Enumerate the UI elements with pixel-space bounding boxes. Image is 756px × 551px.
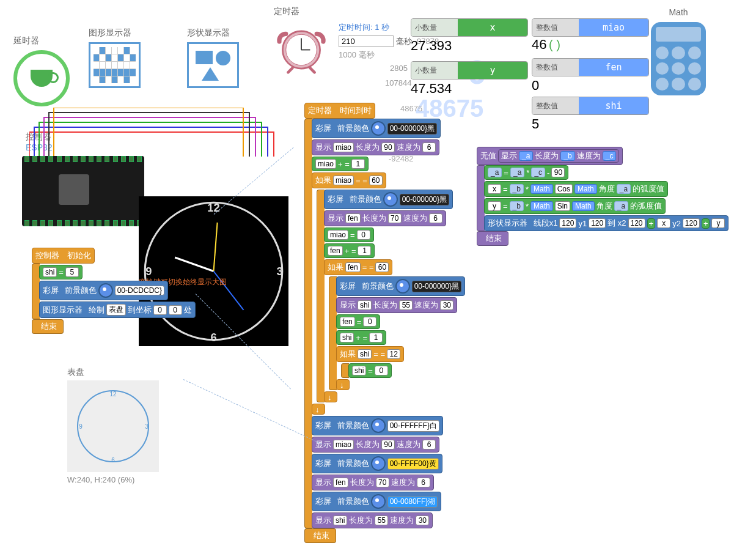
fg-white[interactable]: 彩屏 前景颜色 00-FFFFFF}白 [312,416,443,435]
timer-end: 结束 [304,528,336,543]
dial-title: 表盘 [67,367,159,378]
calculator-icon[interactable] [651,22,706,95]
esp32-board[interactable] [22,156,144,226]
svg-text:3: 3 [277,265,283,278]
svg-text:6: 6 [210,331,216,344]
param-y-value: 47.534 [411,81,528,97]
param-fen[interactable]: 整数值 fen [532,58,649,76]
param-fen-label: 整数值 [532,59,579,76]
fg-lake[interactable]: 彩屏 前景颜色 00-0080FF}湖 [312,492,441,511]
draw-dial[interactable]: 图形显示器 绘制 表盘到坐标 00处 [39,301,196,318]
timer-stack[interactable]: 定时器 时间到时 彩屏 前景颜色 00-000000}黑 显示miao 长度为9… [304,103,465,543]
timer-side-2: 107844 [385,78,411,87]
svg-text:3: 3 [145,423,149,430]
color-dot-icon [371,121,386,136]
dial-caption: W:240, H:240 (6%) [67,475,159,484]
param-fen-var: fen [579,59,648,76]
param-miao-var: miao [579,19,648,36]
shi-assign[interactable]: shi=5 [39,265,83,279]
fg-color-init[interactable]: 彩屏 前景颜色 00-DCDCDC} [39,281,168,300]
alarm-clock-icon[interactable] [274,20,329,75]
proc-end: 结束 [477,231,508,246]
param-shi-var: shi [579,97,648,114]
svg-point-14 [78,391,149,462]
svg-line-5 [310,68,314,72]
if-shi[interactable]: 如果shi= =12 [336,346,404,362]
dial-preview[interactable]: 12 3 6 9 [67,380,159,472]
shape-display-icon[interactable] [187,42,239,88]
svg-line-4 [288,68,292,72]
arrow-down-icon: ↓ [312,404,325,415]
bitmap-label: 图形显示器 [89,28,141,39]
miao-inc[interactable]: miao+ =1 [312,157,369,171]
proc-l4[interactable]: 形状显示器 线段x1120 y1120 到 x2120 + x y2120 + … [484,215,728,231]
arrow-down-icon: ↓ [324,391,337,402]
shi-zero[interactable]: shi=0 [348,363,392,378]
color-dot-icon [371,418,386,433]
param-shi[interactable]: 整数值 shi [532,97,649,115]
show-miao-2[interactable]: 显示miao 长度为90 速度为6 [312,437,439,453]
param-miao-label: 整数值 [532,19,579,36]
fen-inc[interactable]: fen+ =1 [324,243,375,258]
param-miao-val-a: 46 [532,37,546,52]
param-x-value: 27.393 [411,38,528,54]
svg-text:12: 12 [109,391,117,398]
param-fen-val: 0 [532,78,649,94]
param-x-var: x [458,19,527,36]
fg-yellow[interactable]: 彩屏 前景颜色 00-FFFF00}黄 [312,454,442,473]
show-shi-2[interactable]: 显示shi 长度为55 速度为30 [312,512,433,528]
delay-icon[interactable] [13,50,70,106]
color-dot-icon [371,456,386,471]
proc-l2[interactable]: x= _b* MathCos Math角度 _a的弧度值 [484,181,668,197]
delay-label: 延时器 [13,35,70,46]
timer-value-input[interactable] [339,35,394,47]
timer-label: 定时器 [274,6,329,17]
fg-black-2[interactable]: 彩屏 前景颜色 00-000000}黑 [324,190,453,209]
param-y-var: y [458,62,527,79]
param-x-label: 小数量 [411,19,458,36]
show-fen-1[interactable]: 显示fen 长度为70 速度为6 [324,210,446,226]
if-miao[interactable]: 如果miao= =60 [312,172,386,188]
svg-text:6: 6 [111,457,115,464]
svg-text:9: 9 [79,423,83,430]
timer-side-1: 2805 [390,64,408,73]
bitmap-display-icon[interactable] [89,42,141,88]
param-miao-val-b: ( ) [549,38,560,51]
param-x[interactable]: 小数量 x [411,18,528,37]
param-miao[interactable]: 整数值 miao [532,18,649,37]
fen-zero[interactable]: fen=0 [336,314,380,329]
proc-l3[interactable]: y= _b* MathSin Math角度 _a的弧度值 [484,198,666,214]
fg-black-3[interactable]: 彩屏 前景颜色 00-000000}黑 [336,276,465,296]
color-dot-icon [383,192,398,207]
arrow-down-icon: ↓ [336,379,350,390]
color-dot-icon [98,283,113,298]
param-y[interactable]: 小数量 y [411,61,528,80]
proc-l1[interactable]: _a= _a* _c- 90 [484,165,568,180]
color-dot-icon [395,279,410,294]
timer-hat[interactable]: 定时器 时间到时 [304,103,375,119]
miao-zero[interactable]: miao=0 [324,227,374,242]
shape-label: 形状显示器 [187,28,239,39]
proc-hat[interactable]: 无值 显示 _a长度为 _b速度为 _c [477,147,623,165]
show-shi-1[interactable]: 显示shi 长度为55 速度为30 [336,297,457,313]
param-shi-label: 整数值 [532,97,579,114]
fg-black-1[interactable]: 彩屏 前景颜色 00-000000}黑 [312,119,441,138]
if-fen[interactable]: 如果fen= =60 [324,259,392,275]
timer-unit: 毫秒 [396,36,412,47]
param-shi-val: 5 [532,116,649,132]
init-hat[interactable]: 控制器 初始化 [32,248,95,264]
shi-inc[interactable]: shi+ =1 [336,330,386,345]
svg-line-12 [214,223,218,272]
init-stack[interactable]: 控制器 初始化 shi=5 彩屏 前景颜色 00-DCDCDC} 图形显示器 绘… [32,248,196,334]
init-end: 结束 [32,319,64,334]
param-y-label: 小数量 [411,62,458,79]
color-dot-icon [371,494,386,509]
show-fen-2[interactable]: 显示fen 长度为70 速度为6 [312,475,434,490]
proc-stack[interactable]: 无值 显示 _a长度为 _b速度为 _c _a= _a* _c- 90 x= _… [477,147,728,246]
svg-text:12: 12 [207,201,219,214]
math-label: Math [642,7,715,17]
show-miao-1[interactable]: 显示miao 长度为90 速度为6 [312,139,439,155]
